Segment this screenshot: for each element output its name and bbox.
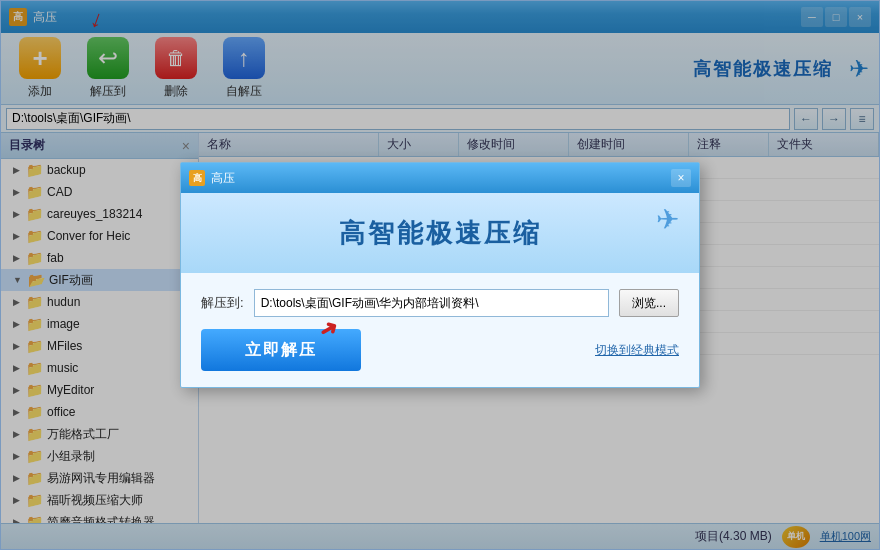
modal-title-bar: 高 高压 × — [181, 163, 699, 193]
modal-brand-text: 高智能极速压缩 — [339, 216, 542, 251]
modal-close-button[interactable]: × — [671, 169, 691, 187]
modal-brand: 高智能极速压缩 ✈ — [181, 193, 699, 273]
modal-dialog: 高 高压 × 高智能极速压缩 ✈ 解压到: 浏览... 立即解压 切换 — [180, 162, 700, 388]
modal-title-left: 高 高压 — [189, 170, 235, 187]
extract-to-row: 解压到: 浏览... — [201, 289, 679, 317]
extract-path-input[interactable] — [254, 289, 609, 317]
extract-to-label: 解压到: — [201, 294, 244, 312]
modal-app-icon: 高 — [189, 170, 205, 186]
main-window: 高 高压 ─ □ × + 添加 ↩ 解压到 ↓ 🗑 删除 ↑ 自解压 — [0, 0, 880, 550]
browse-button[interactable]: 浏览... — [619, 289, 679, 317]
modal-overlay: ➜ 高 高压 × 高智能极速压缩 ✈ 解压到: 浏览... — [1, 1, 879, 549]
modal-title-text: 高压 — [211, 170, 235, 187]
extract-btn-row: 立即解压 切换到经典模式 — [201, 329, 679, 371]
modal-brand-airplane-icon: ✈ — [656, 203, 679, 236]
modal-content: 解压到: 浏览... 立即解压 切换到经典模式 — [181, 273, 699, 387]
classic-mode-link[interactable]: 切换到经典模式 — [595, 342, 679, 359]
